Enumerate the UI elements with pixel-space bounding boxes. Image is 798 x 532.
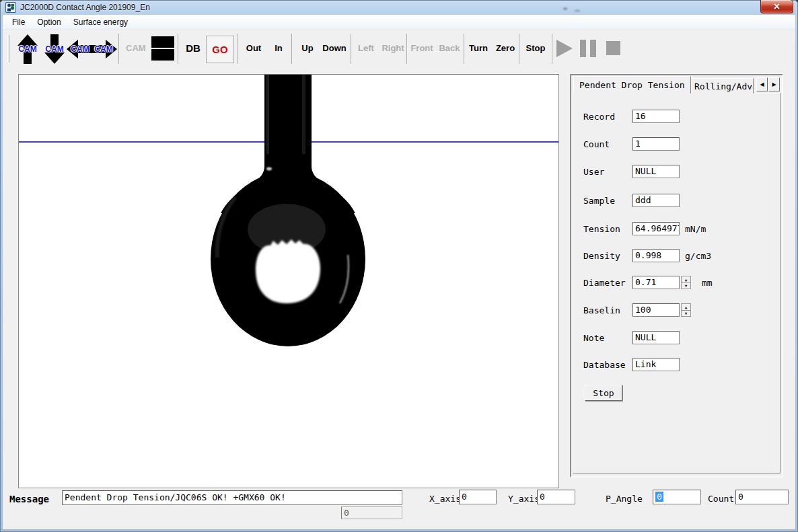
play-icon[interactable] [556, 39, 573, 58]
app-window: JC2000D Contact Angle 201909_En × File O… [0, 0, 798, 532]
app-icon [5, 2, 16, 13]
x-axis-field[interactable]: 0 [459, 490, 497, 504]
baselin-label: Baselin [583, 305, 632, 315]
panel-stop-button[interactable]: Stop [585, 385, 622, 401]
cam-up-button[interactable]: CAM [15, 34, 40, 64]
toolbar-button-out[interactable]: Out [240, 40, 267, 57]
tension-row: Tension 64.964977 mN/m [583, 222, 706, 235]
baselin-row: Baselin 100 ▲ ▼ [583, 303, 691, 317]
note-row: Note NULL [583, 331, 680, 344]
note-field[interactable]: NULL [632, 331, 680, 344]
sample-field[interactable]: ddd [632, 194, 680, 207]
cam-down-button[interactable]: CAM [42, 34, 67, 64]
message-sub-field[interactable]: 0 [341, 506, 402, 519]
toolbar: CAM CAM CAM CAM CAM [3, 30, 795, 67]
right-arrow-icon: ▶ [772, 81, 776, 87]
stop-icon[interactable] [606, 41, 620, 55]
count-field[interactable]: 1 [632, 137, 680, 151]
p-angle-label: P_Angle [606, 494, 643, 504]
cam-up-label: CAM [18, 44, 36, 54]
tab-pendent-drop-tension[interactable]: Pendent Drop Tension [573, 76, 691, 93]
db-button[interactable]: DB [182, 40, 205, 57]
note-label: Note [583, 333, 632, 343]
toolbar-button-stop[interactable]: Stop [521, 40, 550, 57]
spin-down-icon[interactable]: ▼ [681, 283, 691, 290]
menu-item-option[interactable]: Option [31, 15, 67, 29]
count-status-field[interactable]: 0 [735, 490, 789, 504]
menu-item-file[interactable]: File [6, 15, 31, 29]
cam-right-label: CAM [94, 44, 112, 54]
y-axis-label: Y_axis [508, 494, 540, 504]
measurement-panel: Pendent Drop Tension Rolling/Adva ◀ ▶ Re… [570, 74, 783, 478]
cam-disabled-button: CAM [126, 40, 146, 57]
toolbar-button-down[interactable]: Down [319, 40, 350, 57]
p-angle-selected-value: 0 [655, 492, 663, 502]
pause-icon[interactable] [580, 40, 596, 57]
density-field[interactable]: 0.998 [632, 249, 680, 262]
client-area: File Option Surface energy CAM CAM [3, 15, 795, 529]
go-button[interactable]: GO [206, 36, 234, 63]
toolbar-button-back: Back [436, 40, 463, 57]
message-label: Message [9, 494, 49, 504]
snapshot-button[interactable] [151, 36, 174, 61]
left-arrow-icon: ◀ [760, 81, 764, 87]
toolbar-button-up[interactable]: Up [296, 40, 319, 57]
density-row: Density 0.998 g/cm3 [583, 249, 711, 262]
baselin-field[interactable]: 100 [632, 303, 680, 317]
close-button[interactable]: × [760, 0, 793, 13]
toolbar-separator [406, 34, 407, 64]
cam-right-button[interactable]: CAM [91, 34, 116, 64]
toolbar-gripper [7, 35, 9, 63]
toolbar-button-turn[interactable]: Turn [465, 40, 492, 57]
drop-light-hole [256, 239, 320, 303]
window-title: JC2000D Contact Angle 201909_En [20, 3, 150, 12]
toolbar-separator [351, 34, 351, 64]
cam-left-label: CAM [71, 44, 89, 54]
y-axis-field[interactable]: 0 [537, 490, 575, 504]
message-field[interactable]: Pendent Drop Tension/JQC06S OK! +GMX60 O… [62, 490, 402, 505]
titlebar-glass-artifact [554, 3, 588, 13]
p-angle-field[interactable]: 0 [653, 490, 701, 504]
record-label: Record [583, 112, 632, 122]
toolbar-separator [118, 34, 119, 64]
toolbar-separator [519, 34, 519, 64]
record-row: Record 16 [583, 110, 680, 123]
toolbar-button-zero[interactable]: Zero [492, 40, 519, 57]
close-icon: × [774, 1, 780, 12]
pendant-drop [211, 167, 365, 346]
record-field[interactable]: 16 [632, 110, 680, 123]
tab-scroll-left-button[interactable]: ◀ [756, 77, 768, 91]
database-field[interactable]: Link [632, 358, 680, 371]
spin-up-icon[interactable]: ▲ [681, 303, 691, 311]
toolbar-separator [552, 34, 552, 64]
diameter-row: Diameter 0.71 ▲ ▼ mm [583, 276, 713, 289]
sample-row: Sample ddd [583, 194, 680, 207]
user-label: User [583, 167, 632, 177]
baselin-spinner: ▲ ▼ [681, 303, 691, 317]
cam-down-label: CAM [45, 44, 63, 54]
user-field[interactable]: NULL [632, 165, 680, 178]
database-row: Database Link [583, 358, 680, 371]
user-row: User NULL [583, 165, 680, 178]
toolbar-button-in[interactable]: In [267, 40, 290, 57]
camera-view[interactable] [18, 74, 559, 488]
tension-unit: mN/m [685, 224, 706, 234]
cam-left-button[interactable]: CAM [67, 34, 93, 64]
spin-up-icon[interactable]: ▲ [681, 276, 691, 283]
density-unit: g/cm3 [685, 251, 711, 261]
tab-rolling-advancing[interactable]: Rolling/Adva [688, 78, 754, 93]
count-label: Count [583, 139, 632, 149]
tab-scroll-right-button[interactable]: ▶ [768, 77, 780, 91]
spin-down-icon[interactable]: ▼ [681, 311, 691, 317]
database-label: Database [583, 360, 632, 370]
diameter-field[interactable]: 0.71 [632, 276, 680, 289]
density-label: Density [583, 251, 632, 261]
toolbar-separator [464, 34, 464, 64]
tension-field[interactable]: 64.964977 [632, 222, 680, 235]
diameter-label: Diameter [583, 278, 632, 288]
toolbar-button-right: Right [379, 40, 407, 57]
title-bar[interactable]: JC2000D Contact Angle 201909_En × [0, 0, 798, 15]
pendant-drop-image [19, 75, 558, 488]
menu-item-surface-energy[interactable]: Surface energy [67, 15, 134, 29]
diameter-spinner: ▲ ▼ [681, 276, 691, 289]
